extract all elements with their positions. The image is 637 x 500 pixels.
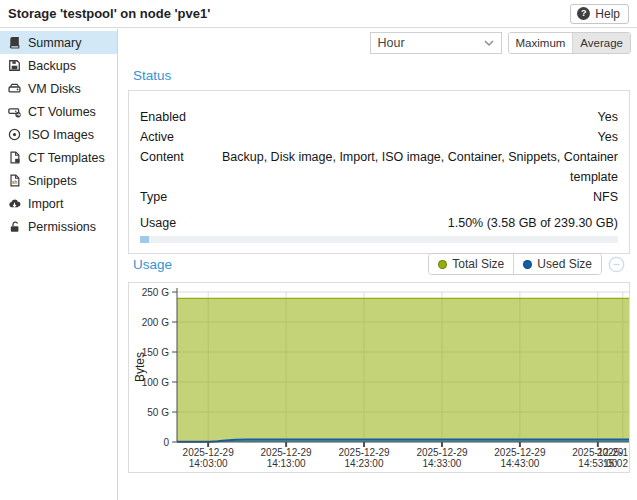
sidebar-item-ct-volumes[interactable]: CT Volumes — [0, 100, 117, 123]
svg-text:2025-12-29: 2025-12-29 — [338, 447, 390, 458]
legend-used-size[interactable]: Used Size — [513, 254, 601, 274]
svg-text:200 G: 200 G — [142, 317, 169, 328]
status-row: Type NFS — [140, 187, 618, 207]
sidebar-item-label: Permissions — [28, 220, 96, 234]
file-template-icon — [8, 151, 21, 164]
y-axis-label: Bytes — [133, 352, 147, 382]
help-button[interactable]: ? Help — [570, 4, 629, 24]
svg-text:15:02: 15:02 — [603, 458, 628, 469]
timeframe-value: Hour — [378, 36, 405, 50]
usage-panel: Usage Total Size Used Size 050 G100 G150… — [128, 246, 630, 473]
sidebar-item-label: CT Volumes — [28, 105, 96, 119]
status-row-label: Content — [140, 147, 184, 187]
sidebar-item-label: ISO Images — [28, 128, 94, 142]
usage-chart-svg: 050 G100 G150 G200 G250 G2025-12-2914:03… — [129, 283, 629, 472]
book-icon — [8, 36, 21, 49]
svg-text:14:13:00: 14:13:00 — [267, 458, 306, 469]
svg-text:sh: sh — [12, 179, 17, 185]
floppy-icon — [8, 59, 21, 72]
status-row-label: Enabled — [140, 107, 186, 127]
svg-text:2025-1: 2025-1 — [597, 447, 629, 458]
sidebar-item-label: CT Templates — [28, 151, 105, 165]
timeframe-select[interactable]: Hour — [370, 32, 502, 54]
sidebar-item-snippets[interactable]: sh Snippets — [0, 169, 117, 192]
sidebar-item-label: Import — [28, 197, 63, 211]
aggregation-toggle: Maximum Average — [508, 32, 631, 54]
sidebar-item-iso-images[interactable]: ISO Images — [0, 123, 117, 146]
toolbar: Hour Maximum Average — [370, 32, 631, 54]
status-row-value: NFS — [593, 187, 618, 207]
sidebar-item-label: VM Disks — [28, 82, 81, 96]
usage-panel-title: Usage — [133, 257, 172, 272]
usage-progressbar-fill — [140, 236, 149, 243]
svg-text:2025-12-29: 2025-12-29 — [494, 447, 546, 458]
sidebar-item-label: Backups — [28, 59, 76, 73]
usage-chart: 050 G100 G150 G200 G250 G2025-12-2914:03… — [128, 282, 630, 473]
dash-circle-icon — [608, 256, 625, 273]
sidebar-item-backups[interactable]: Backups — [0, 54, 117, 77]
sidebar-item-label: Snippets — [28, 174, 77, 188]
total-size-area — [177, 298, 629, 442]
status-row: Content Backup, Disk image, Import, ISO … — [140, 147, 618, 187]
hdd-icon — [8, 82, 21, 95]
status-row-value: Yes — [598, 127, 618, 147]
svg-text:2025-12-29: 2025-12-29 — [183, 447, 235, 458]
svg-text:0: 0 — [163, 437, 169, 448]
status-panel-title: Status — [133, 68, 171, 83]
maximum-button[interactable]: Maximum — [509, 33, 573, 53]
hdd-plus-icon — [8, 105, 21, 118]
legend-total-size[interactable]: Total Size — [429, 254, 513, 274]
svg-text:14:43:00: 14:43:00 — [500, 458, 539, 469]
svg-text:14:33:00: 14:33:00 — [422, 458, 461, 469]
cloud-download-icon — [8, 197, 21, 210]
help-label: Help — [595, 7, 620, 21]
svg-text:50 G: 50 G — [147, 407, 169, 418]
legend-dot — [523, 260, 532, 269]
help-icon: ? — [577, 7, 590, 20]
status-row-value: Yes — [598, 107, 618, 127]
page-title: Storage 'testpool' on node 'pve1' — [8, 6, 210, 21]
file-code-icon: sh — [8, 174, 21, 187]
svg-text:14:23:00: 14:23:00 — [345, 458, 384, 469]
legend-label: Used Size — [537, 257, 592, 271]
sidebar-item-summary[interactable]: Summary — [0, 31, 117, 54]
status-row: Enabled Yes — [140, 107, 618, 127]
legend-label: Total Size — [452, 257, 504, 271]
svg-text:2025-12-29: 2025-12-29 — [261, 447, 313, 458]
disc-icon — [8, 128, 21, 141]
svg-text:14:03:00: 14:03:00 — [189, 458, 228, 469]
status-body: Enabled Yes Active Yes Content Backup, D… — [128, 90, 630, 254]
undo-zoom-button[interactable] — [608, 256, 625, 273]
chart-legend: Total Size Used Size — [428, 253, 625, 275]
sidebar-item-permissions[interactable]: Permissions — [0, 215, 117, 238]
chevron-down-icon — [484, 40, 494, 47]
sidebar-item-import[interactable]: Import — [0, 192, 117, 215]
sidebar: Summary Backups VM Disks CT Volumes ISO … — [0, 29, 118, 500]
usage-label: Usage — [140, 213, 176, 233]
legend-dot — [438, 260, 447, 269]
status-row-label: Active — [140, 127, 174, 147]
content-area: Hour Maximum Average Status Enabled Yes … — [119, 29, 637, 500]
average-button[interactable]: Average — [572, 33, 630, 53]
svg-text:2025-12-29: 2025-12-29 — [416, 447, 468, 458]
status-row-label: Type — [140, 187, 167, 207]
header-bar: Storage 'testpool' on node 'pve1' ? Help — [0, 0, 637, 28]
sidebar-item-label: Summary — [28, 36, 81, 50]
usage-progressbar — [140, 236, 618, 243]
status-panel: Status Enabled Yes Active Yes Content Ba… — [128, 61, 630, 254]
unlock-icon — [8, 220, 21, 233]
status-row-value: Backup, Disk image, Import, ISO image, C… — [184, 147, 618, 187]
svg-text:250 G: 250 G — [142, 287, 169, 298]
sidebar-item-ct-templates[interactable]: CT Templates — [0, 146, 117, 169]
usage-value: 1.50% (3.58 GB of 239.30 GB) — [448, 213, 618, 233]
status-row: Active Yes — [140, 127, 618, 147]
usage-row: Usage 1.50% (3.58 GB of 239.30 GB) — [140, 213, 618, 233]
sidebar-item-vm-disks[interactable]: VM Disks — [0, 77, 117, 100]
